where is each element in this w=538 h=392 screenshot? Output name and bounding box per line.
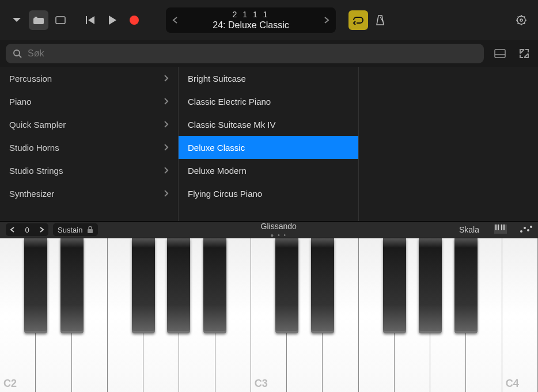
record-button[interactable]: [124, 10, 144, 30]
prev-patch-button[interactable]: [166, 16, 184, 24]
category-item[interactable]: Quick Sampler: [0, 113, 178, 136]
sustain-label: Sustain: [58, 226, 82, 234]
svg-rect-0: [33, 18, 44, 24]
cycle-button[interactable]: [348, 10, 368, 30]
chevron-right-icon: [163, 190, 169, 197]
black-key[interactable]: [383, 238, 406, 333]
lcd-display: 2 1 1 1 24: Deluxe Classic: [166, 7, 336, 33]
play-mode-label: Glissando: [103, 222, 454, 231]
scale-button[interactable]: Skala: [459, 225, 479, 234]
black-key[interactable]: [419, 238, 442, 333]
play-button[interactable]: [103, 10, 122, 30]
svg-point-16: [524, 227, 526, 229]
preset-item[interactable]: Deluxe Classic: [179, 136, 358, 159]
metronome-button[interactable]: [370, 10, 390, 30]
octave-up-button[interactable]: [35, 225, 48, 234]
svg-point-4: [517, 16, 525, 24]
black-key[interactable]: [454, 238, 478, 333]
keyboard-layout-button[interactable]: [494, 224, 507, 235]
arpeggiator-button[interactable]: [520, 225, 532, 235]
patch-name: 24: Deluxe Classic: [184, 20, 317, 31]
chevron-right-icon: [163, 98, 169, 105]
preset-label: Deluxe Classic: [188, 143, 245, 153]
view-button[interactable]: [51, 10, 70, 30]
sound-browser: PercussionPianoQuick SamplerStudio Horns…: [0, 67, 538, 221]
chevron-right-icon: [163, 167, 169, 174]
white-key[interactable]: C4: [502, 238, 538, 392]
piano-keyboard: C2C3C4: [0, 238, 538, 392]
category-item[interactable]: Percussion: [0, 67, 178, 90]
chevron-right-icon: [163, 144, 169, 151]
svg-point-5: [520, 19, 522, 21]
svg-point-18: [530, 226, 532, 228]
preset-column: Bright SuitcaseClassic Electric PianoCla…: [179, 67, 359, 221]
search-field-wrapper[interactable]: [6, 44, 484, 63]
chevron-right-icon: [163, 75, 169, 82]
svg-point-15: [520, 230, 522, 233]
category-item[interactable]: Piano: [0, 90, 178, 113]
preset-label: Classic Electric Piano: [188, 97, 271, 106]
svg-point-3: [130, 16, 139, 25]
svg-rect-2: [86, 16, 87, 24]
page-dots: ● • •: [103, 232, 454, 238]
preset-label: Flying Circus Piano: [188, 189, 262, 199]
category-label: Percussion: [9, 74, 52, 83]
octave-down-button[interactable]: [6, 225, 20, 234]
key-label: C3: [255, 378, 268, 390]
preset-item[interactable]: Deluxe Modern: [179, 159, 358, 182]
category-label: Quick Sampler: [9, 120, 66, 130]
black-key[interactable]: [203, 238, 226, 333]
preset-item[interactable]: Classic Electric Piano: [179, 90, 358, 113]
category-item[interactable]: Studio Horns: [0, 136, 178, 159]
octave-stepper: 0: [6, 223, 48, 236]
preset-item[interactable]: Flying Circus Piano: [179, 182, 358, 205]
svg-rect-11: [495, 224, 497, 230]
category-label: Synthesizer: [9, 189, 54, 199]
preset-label: Deluxe Modern: [188, 166, 247, 176]
black-key[interactable]: [60, 238, 84, 333]
search-input[interactable]: [28, 48, 477, 59]
svg-rect-12: [498, 224, 499, 230]
category-item[interactable]: Studio Strings: [0, 159, 178, 182]
lock-icon: [87, 226, 93, 234]
category-label: Studio Strings: [9, 166, 63, 176]
settings-button[interactable]: [512, 10, 531, 30]
key-label: C4: [506, 378, 519, 390]
details-column: [359, 67, 538, 221]
expand-button[interactable]: [516, 45, 532, 62]
menu-down-icon[interactable]: [7, 10, 26, 30]
search-row: [0, 40, 538, 67]
search-icon: [13, 49, 22, 58]
preset-item[interactable]: Classic Suitcase Mk IV: [179, 113, 358, 136]
svg-rect-9: [88, 229, 93, 233]
svg-rect-1: [56, 17, 65, 24]
preset-label: Bright Suitcase: [188, 74, 246, 83]
go-to-start-button[interactable]: [81, 10, 100, 30]
category-item[interactable]: Synthesizer: [0, 182, 178, 205]
svg-rect-7: [495, 50, 505, 58]
chevron-right-icon: [163, 121, 169, 128]
svg-rect-14: [503, 224, 505, 230]
black-key[interactable]: [24, 238, 47, 333]
top-toolbar: 2 1 1 1 24: Deluxe Classic: [0, 0, 538, 40]
key-label: C2: [3, 378, 17, 390]
play-mode[interactable]: Glissando ● • •: [103, 222, 454, 238]
octave-value: 0: [20, 226, 35, 234]
category-label: Studio Horns: [9, 143, 59, 153]
sustain-toggle[interactable]: Sustain: [53, 223, 98, 236]
black-key[interactable]: [167, 238, 190, 333]
position-display: 2 1 1 1: [184, 10, 317, 20]
keyboard-controls: 0 Sustain Glissando ● • • Skala: [0, 221, 538, 238]
black-key[interactable]: [311, 238, 334, 333]
black-key[interactable]: [132, 238, 155, 333]
preset-label: Classic Suitcase Mk IV: [188, 120, 276, 130]
next-patch-button[interactable]: [317, 16, 336, 24]
svg-point-6: [14, 50, 20, 56]
lcd-center[interactable]: 2 1 1 1 24: Deluxe Classic: [184, 10, 317, 31]
preset-item[interactable]: Bright Suitcase: [179, 67, 358, 90]
view-mode-button[interactable]: [492, 45, 508, 62]
category-label: Piano: [9, 97, 31, 106]
browser-button[interactable]: [29, 10, 48, 30]
black-key[interactable]: [275, 238, 298, 333]
svg-point-17: [527, 229, 529, 231]
